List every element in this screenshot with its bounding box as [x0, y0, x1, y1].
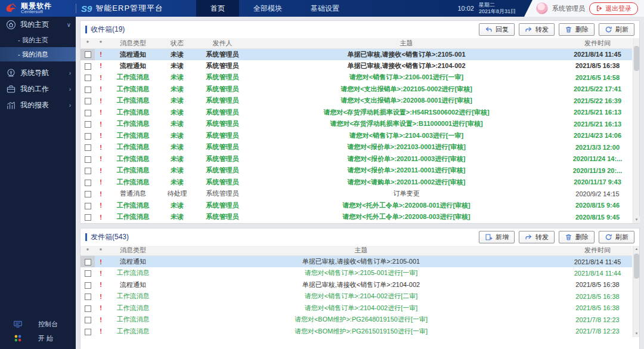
- sidebar-item-label: 系统导航: [20, 68, 69, 78]
- console-button[interactable]: 控制台: [0, 317, 76, 331]
- row-checkbox[interactable]: [85, 51, 91, 58]
- row-checkbox[interactable]: [85, 329, 91, 335]
- inbox-row[interactable]: !工作流消息未读系统管理员请您对<存货浮动耗损率设置>:H54R1S006002…: [80, 107, 632, 119]
- inbox-row[interactable]: !工作流消息未读系统管理员请您对<报价单>:202011-0001进行[审核]2…: [80, 165, 632, 177]
- outbox-row[interactable]: !工作流消息请您对<BOM维护>:PG2648019150进行[一审]2021/…: [80, 314, 632, 326]
- inbox-row[interactable]: !工作流消息未读系统管理员请您对<支出报销单>:202008-0001进行[审核…: [80, 95, 632, 107]
- scrollbar-thumb[interactable]: [634, 46, 639, 71]
- cell-sender: 系统管理员: [195, 188, 250, 200]
- outbox-row[interactable]: !工作流消息请您对<销售订单>:2104-002进行[二审]2021/8/5 1…: [80, 291, 632, 302]
- row-checkbox[interactable]: [85, 133, 91, 140]
- inbox-row[interactable]: !工作流消息未读系统管理员请您对<托外工令单>:202008-001进行[审核]…: [80, 200, 632, 212]
- column-header[interactable]: 发件时间: [563, 38, 632, 48]
- column-header[interactable]: *: [80, 38, 95, 48]
- sidebar-subitem-my-homepage[interactable]: - 我的主页: [0, 33, 76, 47]
- start-button[interactable]: 开 始: [0, 331, 76, 345]
- row-checkbox[interactable]: [85, 180, 91, 186]
- row-checkbox[interactable]: [85, 305, 91, 312]
- inbox-row[interactable]: !普通消息待处理系统管理员订单变更2020/9/2 14:15: [80, 188, 632, 200]
- inbox-toolbar-button-label: 转发: [535, 25, 549, 34]
- cell-time: 2021/8/14 11:45: [563, 48, 632, 60]
- inbox-row[interactable]: !工作流消息未读系统管理员请您对<销售订单>:2106-001进行[一审]202…: [80, 72, 632, 84]
- logout-button[interactable]: 退出登录: [589, 2, 638, 15]
- outbox-toolbar-button[interactable]: 删除: [559, 231, 595, 243]
- row-checkbox[interactable]: [85, 270, 91, 277]
- sidebar-item-system-nav[interactable]: 系统导航 ›: [0, 65, 76, 81]
- row-checkbox[interactable]: [85, 259, 91, 265]
- inbox-row[interactable]: !工作流消息未读系统管理员请您对<报价单>:202011-0003进行[审核]2…: [80, 153, 632, 165]
- column-header[interactable]: 状态: [159, 38, 195, 48]
- row-checkbox[interactable]: [85, 191, 91, 197]
- row-checkbox[interactable]: [85, 156, 91, 163]
- nav-tab-basic-settings[interactable]: 基础设置: [296, 0, 354, 17]
- sidebar-item-my-reports[interactable]: 我的报表 ›: [0, 97, 76, 113]
- cell-sender: 系统管理员: [195, 84, 250, 95]
- row-checkbox[interactable]: [85, 168, 91, 174]
- inbox-row[interactable]: !工作流消息未读系统管理员请您对<销售订单>:2104-003进行[一审]202…: [80, 130, 632, 142]
- outbox-row[interactable]: !工作流消息请您对<销售订单>:2104-002进行[一审]2021/8/5 1…: [80, 302, 632, 314]
- cell-status: 未读: [159, 107, 195, 119]
- scroll-down-arrow[interactable]: ▼: [633, 331, 640, 337]
- column-header[interactable]: 发件人: [195, 38, 250, 48]
- row-checkbox[interactable]: [85, 144, 91, 151]
- column-header[interactable]: 消息类型: [107, 38, 159, 48]
- cell-time: 2021/8/14 11:45: [563, 256, 632, 268]
- row-checkbox[interactable]: [85, 294, 91, 300]
- sidebar-item-my-homepage[interactable]: 我的主页 ∨: [0, 17, 76, 33]
- inbox-row[interactable]: !流程通知未读系统管理员单据已审核,请接收<销售订单>:2105-0012021…: [80, 48, 632, 60]
- priority-cell: !: [95, 60, 107, 72]
- row-checkbox[interactable]: [85, 98, 91, 104]
- column-header[interactable]: 主题: [250, 38, 563, 48]
- outbox-toolbar-button[interactable]: 刷新: [599, 231, 634, 243]
- outbox-row[interactable]: !工作流消息请您对<BOM维护>:PG2615019150进行[一审]2021/…: [80, 326, 632, 338]
- row-checkbox[interactable]: [85, 110, 91, 116]
- scroll-down-arrow[interactable]: ▼: [633, 217, 640, 223]
- outbox-toolbar-button[interactable]: 转发: [519, 231, 555, 243]
- new-icon: [485, 233, 493, 241]
- row-checkbox[interactable]: [85, 203, 91, 209]
- column-header[interactable]: *: [95, 246, 107, 256]
- inbox-row[interactable]: !工作流消息未读系统管理员请您对<支出报销单>:202105-0002进行[审核…: [80, 84, 632, 95]
- inbox-toolbar-button[interactable]: 刷新: [599, 23, 634, 36]
- outbox-row[interactable]: !流程通知单据已审核,请接收<销售订单>:2105-0012021/8/14 1…: [80, 256, 632, 268]
- inbox-row[interactable]: !工作流消息未读系统管理员请您对<托外工令单>:202008-003进行[审核]…: [80, 211, 632, 223]
- inbox-row[interactable]: !工作流消息未读系统管理员请您对<存货浮动耗损率设置>:B11000001进行[…: [80, 118, 632, 130]
- cell-type: 流程通知: [107, 60, 159, 72]
- clock-date: 2021年8月31日: [479, 8, 516, 15]
- row-checkbox[interactable]: [85, 63, 91, 70]
- outbox-row[interactable]: !流程通知单据已审核,请接收<销售订单>:2104-0022021/8/5 16…: [80, 279, 632, 291]
- nav-tab-all-modules[interactable]: 全部模块: [239, 0, 296, 17]
- row-checkbox[interactable]: [85, 214, 91, 221]
- row-checkbox[interactable]: [85, 317, 91, 323]
- inbox-scrollbar[interactable]: ▼: [633, 38, 639, 223]
- inbox-toolbar-button[interactable]: 删除: [559, 23, 595, 36]
- priority-flag-icon: !: [100, 202, 102, 209]
- inbox-toolbar-button[interactable]: 回复: [479, 23, 515, 36]
- cell-status: 未读: [159, 72, 195, 84]
- outbox-toolbar-button[interactable]: 新增: [479, 231, 515, 243]
- priority-flag-icon: !: [100, 316, 102, 323]
- column-header[interactable]: 消息类型: [107, 246, 159, 256]
- row-checkbox[interactable]: [85, 87, 91, 93]
- cell-sender: 系统管理员: [195, 118, 250, 130]
- outbox-row[interactable]: !工作流消息请您对<销售订单>:2105-001进行[一审]2021/8/14 …: [80, 267, 632, 279]
- row-checkbox[interactable]: [85, 282, 91, 289]
- row-checkbox[interactable]: [85, 121, 91, 128]
- column-header[interactable]: *: [95, 38, 107, 48]
- scrollbar-thumb[interactable]: [634, 254, 639, 279]
- nav-tab-home[interactable]: 首页: [196, 0, 239, 17]
- priority-cell: !: [95, 48, 107, 60]
- column-header[interactable]: *: [80, 246, 95, 256]
- inbox-toolbar-button[interactable]: 转发: [519, 23, 555, 36]
- inbox-row[interactable]: !工作流消息未读系统管理员请您对<报价单>:202103-0001进行[审核]2…: [80, 141, 632, 153]
- sidebar-subitem-my-messages[interactable]: - 我的消息: [0, 47, 76, 61]
- inbox-row[interactable]: !工作流消息未读系统管理员请您对<请购单>:202011-0002进行[审核]2…: [80, 177, 632, 189]
- outbox-scrollbar[interactable]: ▲ ▼: [633, 246, 639, 338]
- scroll-up-arrow[interactable]: ▲: [633, 246, 640, 252]
- column-header[interactable]: 主题: [159, 246, 563, 256]
- column-header[interactable]: 发件时间: [563, 246, 632, 256]
- row-checkbox[interactable]: [85, 75, 91, 81]
- cell-type: 工作流消息: [107, 314, 159, 326]
- inbox-row[interactable]: !流程通知未读系统管理员单据已审核,请接收<销售订单>:2104-0022021…: [80, 60, 632, 72]
- sidebar-item-my-work[interactable]: 我的工作 ›: [0, 81, 76, 97]
